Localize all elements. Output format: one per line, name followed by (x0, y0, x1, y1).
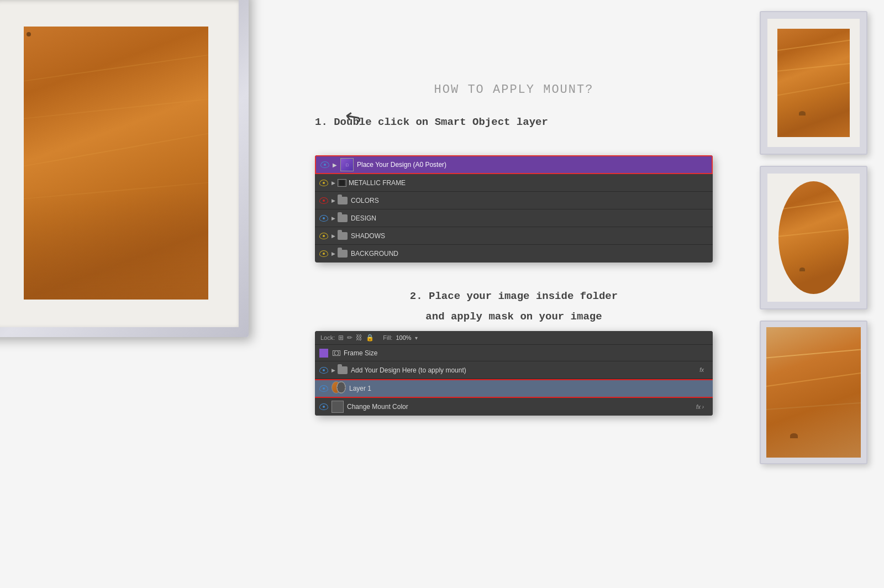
frame-size-color-swatch (319, 349, 328, 358)
colors-layer-name: COLORS (351, 197, 379, 204)
layer-eye-background (319, 250, 328, 257)
mount-color-name: Change Mount Color (347, 403, 408, 411)
step1-area: 1. Double click on Smart Object layer ↩ … (315, 116, 713, 262)
background-layer: ▶ BACKGROUND (315, 245, 713, 262)
lock-icon-link: ⛓ (356, 334, 362, 342)
mount-color-eye (319, 403, 328, 410)
lock-icon-lock: 🔒 (366, 334, 374, 342)
mount-color-thumb (332, 401, 344, 413)
frame-outer (0, 0, 249, 337)
layer-thumbnail: □ (340, 158, 354, 171)
frame-size-layer: Frame Size (315, 345, 713, 361)
right-frame-3 (760, 321, 867, 464)
expand-arrow: ▶ (332, 368, 335, 373)
frame-mat (0, 0, 239, 327)
mount-color-layer: Change Mount Color fx › (315, 398, 713, 416)
layer1-eye (319, 385, 328, 392)
layer-1-row: Layer 1 (315, 379, 713, 398)
colors-layer: ▶ COLORS (315, 192, 713, 209)
layer1-thumbnails (332, 381, 346, 396)
metallic-frame-layer-name: METALLIC FRAME (349, 179, 406, 187)
step2-label: 2. Place your image inside folder (315, 290, 713, 302)
dune-line (778, 198, 849, 210)
frame-size-thumb (333, 350, 340, 356)
right-frame-2 (760, 166, 867, 309)
dune-texture (24, 27, 208, 300)
lock-label: Lock: (320, 334, 335, 341)
design-folder-layer-name: Add Your Design Here (to apply mount) (351, 366, 466, 374)
layer-visibility-eye (320, 161, 329, 168)
dune-line (778, 228, 849, 238)
fill-arrow: ▾ (415, 335, 418, 341)
dune-line (777, 81, 850, 96)
shadows-layer: ▶ SHADOWS (315, 227, 713, 245)
bush-shape (799, 267, 805, 271)
lock-icon-check: ⊞ (338, 334, 344, 342)
design-layer-eye (319, 367, 328, 374)
frame1-mat (767, 19, 860, 147)
fill-value: 100% (396, 334, 411, 341)
main-title: HOW TO APPLY MOUNT? (315, 83, 713, 97)
frame3-artwork (766, 327, 861, 458)
dune-line (766, 402, 861, 410)
dune-line (777, 62, 850, 72)
step2-label-area: 2. Place your image inside folder and ap… (315, 290, 713, 323)
right-frame-1 (760, 11, 867, 155)
lock-icon-pen: ✏ (347, 334, 352, 342)
layer-lock-icons (338, 179, 349, 187)
mount-fx-label: fx › (696, 404, 708, 410)
panel-header: Lock: ⊞ ✏ ⛓ 🔒 Fill: 100% ▾ (315, 331, 713, 345)
layer-eye-design (319, 215, 328, 222)
step2-label2: and apply mask on your image (315, 311, 713, 323)
dune-line (766, 349, 861, 359)
fill-label: Fill: (383, 334, 392, 341)
frame2-mat (767, 174, 860, 302)
layer1-name: Layer 1 (349, 385, 371, 392)
frame1-artwork (777, 29, 850, 137)
frame-artwork (24, 27, 208, 300)
dune-line (766, 372, 861, 387)
metallic-frame-layer: ▶ METALLIC FRAME (315, 174, 713, 192)
design-fx-label: fx (699, 367, 708, 373)
ps-layers-panel-2: Lock: ⊞ ✏ ⛓ 🔒 Fill: 100% ▾ Frame Size (315, 331, 713, 416)
smart-object-layer-name: Place Your Design (A0 Poster) (357, 161, 446, 169)
layer1-thumb-mask (336, 381, 346, 393)
dune-line (777, 39, 850, 51)
bush-shape (799, 111, 806, 116)
design-layer: ▶ DESIGN (315, 209, 713, 227)
layer-eye-colors (319, 197, 328, 204)
background-layer-name: BACKGROUND (351, 250, 398, 258)
right-frames-area (760, 11, 867, 464)
layer-eye-metallic (319, 180, 328, 186)
folder-icon (338, 366, 348, 374)
layer-eye-shadows (319, 233, 328, 239)
left-frame-mockup (0, 0, 271, 365)
frame-size-layer-name: Frame Size (344, 349, 377, 357)
step2-area: 2. Place your image inside folder and ap… (315, 290, 713, 416)
shadows-layer-name: SHADOWS (351, 232, 385, 240)
instructions-area: HOW TO APPLY MOUNT? 1. Double click on S… (315, 83, 713, 416)
bush-shape (790, 433, 798, 438)
frame2-artwork (778, 181, 849, 294)
design-folder-layer: ▶ Add Your Design Here (to apply mount) … (315, 361, 713, 379)
design-layer-name: DESIGN (351, 214, 376, 222)
